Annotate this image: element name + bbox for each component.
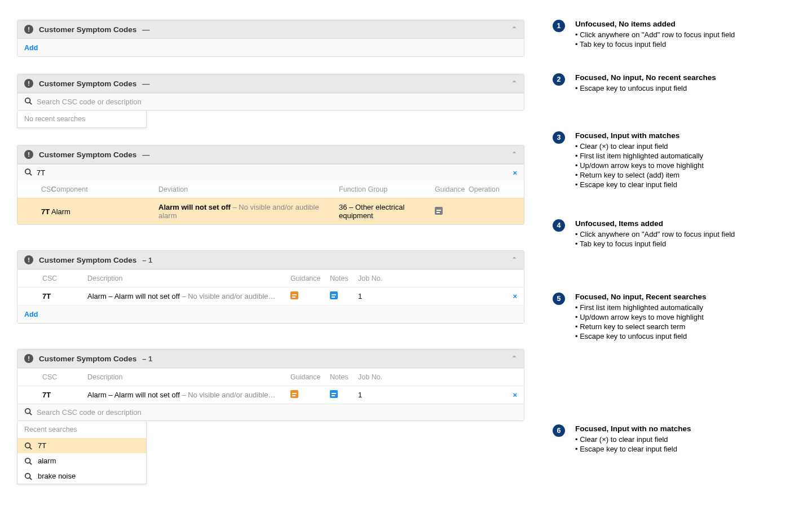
- annotation-bullet: Tab key to focus input field: [575, 240, 735, 248]
- item-notes: [330, 390, 358, 400]
- annotation-title: Unfocused, Items added: [575, 219, 735, 228]
- annotations-column: 1 Unfocused, No items added Click anywhe…: [553, 20, 795, 509]
- clear-button[interactable]: ×: [513, 169, 517, 177]
- panel-header[interactable]: ! Customer Symptom Codes — ⌃: [17, 20, 524, 39]
- col-operation: Operation: [469, 185, 508, 193]
- annotation: 5 Focused, No input, Recent searches Fir…: [553, 293, 795, 342]
- chevron-up-icon[interactable]: ⌃: [511, 79, 517, 87]
- panel-suffix: —: [142, 25, 149, 34]
- col-csc: CSC: [24, 185, 51, 193]
- svg-line-1: [30, 103, 32, 105]
- item-row: 7T Alarm – Alarm will not set off – No v…: [17, 287, 524, 305]
- guidance-icon[interactable]: [290, 390, 298, 398]
- annotation-bullet: Clear (×) to clear input field: [575, 142, 704, 151]
- search-input[interactable]: [37, 408, 517, 417]
- col-notes: Notes: [330, 275, 358, 282]
- search-icon: [24, 442, 32, 450]
- search-row[interactable]: ×: [17, 164, 524, 181]
- recent-item[interactable]: 7T: [17, 438, 146, 453]
- panel-state-2: ! Customer Symptom Codes — ⌃: [17, 74, 524, 110]
- panel-header[interactable]: ! Customer Symptom Codes – 1 ⌃: [17, 349, 524, 368]
- svg-line-11: [30, 477, 32, 480]
- annotation-bullet: Tab key to focus input field: [575, 40, 735, 48]
- col-notes: Notes: [330, 373, 358, 381]
- notes-icon[interactable]: [330, 291, 338, 299]
- result-component: Alarm: [51, 207, 158, 216]
- panel-suffix: – 1: [142, 256, 152, 264]
- panel-title: Customer Symptom Codes: [39, 151, 136, 159]
- step-badge: 5: [553, 293, 565, 305]
- annotation-bullet: Click anywhere on "Add" row to focus inp…: [575, 230, 735, 238]
- annotation-title: Unfocused, No items added: [575, 20, 735, 28]
- add-row[interactable]: Add: [17, 305, 524, 323]
- recent-item-label: alarm: [38, 457, 56, 465]
- annotation-bullet: First list item highlighted automaticall…: [575, 152, 704, 160]
- chevron-up-icon[interactable]: ⌃: [511, 151, 517, 158]
- search-icon: [24, 472, 32, 480]
- search-input[interactable]: [37, 169, 508, 177]
- panel-title: Customer Symptom Codes: [39, 256, 136, 264]
- col-guidance: Guidance: [435, 185, 469, 193]
- panel-header[interactable]: ! Customer Symptom Codes — ⌃: [17, 74, 524, 93]
- recent-item[interactable]: alarm: [17, 453, 146, 468]
- col-csc: CSC: [42, 373, 87, 381]
- panel-title: Customer Symptom Codes: [39, 79, 136, 88]
- item-description: Alarm – Alarm will not set off – No visi…: [87, 292, 290, 300]
- panel-header[interactable]: ! Customer Symptom Codes — ⌃: [17, 145, 524, 164]
- annotation-bullet: Escape key to clear input field: [575, 445, 691, 453]
- svg-point-0: [25, 98, 30, 103]
- svg-point-10: [25, 473, 30, 478]
- annotation-bullet: Clear (×) to clear input field: [575, 435, 691, 444]
- search-result-row[interactable]: 7T Alarm Alarm will not set off – No vis…: [17, 198, 524, 224]
- chevron-up-icon[interactable]: ⌃: [511, 25, 517, 33]
- warning-icon: !: [24, 25, 33, 34]
- add-row[interactable]: Add: [17, 39, 524, 56]
- recent-dropdown: Recent searches 7T alarm brake noise: [17, 421, 147, 484]
- panel-state-1: ! Customer Symptom Codes — ⌃ Add: [17, 20, 524, 57]
- annotation-bullet: Return key to select (add) item: [575, 171, 704, 179]
- add-button[interactable]: Add: [24, 311, 38, 318]
- item-notes: [330, 291, 358, 301]
- recent-label: Recent searches: [17, 421, 146, 438]
- search-row[interactable]: [17, 404, 524, 421]
- warning-icon: !: [24, 150, 33, 159]
- delete-item-button[interactable]: ×: [513, 391, 517, 399]
- item-description: Alarm – Alarm will not set off – No visi…: [87, 391, 290, 399]
- items-header: CSC Description Guidance Notes Job No.: [17, 269, 524, 287]
- col-deviation: Deviation: [158, 185, 339, 193]
- svg-point-2: [25, 169, 30, 174]
- delete-item-button[interactable]: ×: [513, 292, 517, 300]
- col-description: Description: [87, 275, 290, 282]
- chevron-up-icon[interactable]: ⌃: [511, 256, 517, 264]
- col-guidance: Guidance: [290, 373, 330, 381]
- annotation: 1 Unfocused, No items added Click anywhe…: [553, 20, 795, 50]
- chevron-up-icon[interactable]: ⌃: [511, 355, 517, 362]
- recent-item[interactable]: brake noise: [17, 468, 146, 484]
- add-button[interactable]: Add: [24, 44, 38, 52]
- annotation: 2 Focused, No input, No recent searches …: [553, 73, 795, 94]
- guidance-icon[interactable]: [290, 291, 298, 299]
- step-badge: 6: [553, 424, 565, 437]
- item-job-no: 1: [358, 292, 392, 300]
- svg-line-3: [30, 174, 32, 176]
- search-icon: [24, 168, 32, 178]
- recent-item-label: 7T: [38, 441, 46, 450]
- search-input[interactable]: [37, 98, 517, 106]
- panel-header[interactable]: ! Customer Symptom Codes – 1 ⌃: [17, 251, 524, 269]
- annotation-title: Focused, No input, No recent searches: [575, 73, 716, 82]
- step-badge: 3: [553, 131, 565, 144]
- svg-line-5: [30, 413, 32, 415]
- item-csc: 7T: [42, 391, 87, 399]
- item-csc: 7T: [42, 292, 87, 300]
- annotation-title: Focused, No input, Recent searches: [575, 293, 707, 301]
- guidance-icon[interactable]: [435, 207, 443, 215]
- recent-item-label: brake noise: [38, 472, 76, 480]
- panel-state-5: ! Customer Symptom Codes – 1 ⌃ CSC Descr…: [17, 349, 524, 421]
- result-csc: 7T: [24, 207, 51, 216]
- result-function-group: 36 – Other electrical equipment: [339, 203, 435, 220]
- search-row[interactable]: [17, 93, 524, 110]
- notes-icon[interactable]: [330, 390, 338, 398]
- search-icon: [24, 97, 32, 107]
- annotation-title: Focused, Input with no matches: [575, 424, 691, 433]
- svg-line-9: [30, 462, 32, 464]
